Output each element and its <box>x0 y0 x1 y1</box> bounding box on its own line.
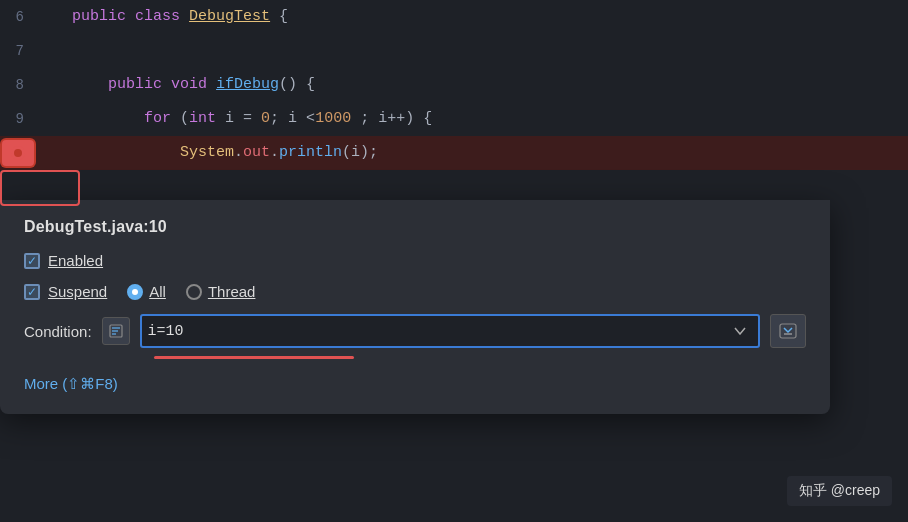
code-line-10: 10 System.out.println(i); <box>0 136 908 170</box>
condition-action-button[interactable] <box>770 314 806 348</box>
condition-input[interactable] <box>148 323 728 340</box>
more-row: More (⇧⌘F8) <box>24 375 806 394</box>
condition-row: Condition: <box>24 314 806 348</box>
suspend-checkbox[interactable]: ✓ Suspend <box>24 283 107 300</box>
radio-thread-label: Thread <box>208 283 256 300</box>
code-line-9: 9 for (int i = 0; i <1000 ; i++) { <box>0 102 908 136</box>
line-number-8: 8 <box>0 68 36 102</box>
condition-action-icon <box>779 323 797 339</box>
suspend-row: ✓ Suspend All Thread <box>24 283 806 300</box>
condition-type-icon <box>108 323 124 339</box>
line-number-9: 9 <box>0 102 36 136</box>
enabled-row: ✓ Enabled <box>24 252 806 269</box>
line-number-7: 7 <box>0 34 36 68</box>
enabled-label: Enabled <box>48 252 103 269</box>
watermark: 知乎 @creep <box>787 476 892 506</box>
popup-title: DebugTest.java:10 <box>24 218 806 236</box>
radio-all[interactable]: All <box>127 283 166 300</box>
line-content-8: public void ifDebug() { <box>36 68 908 102</box>
condition-dropdown-button[interactable] <box>728 316 752 346</box>
code-editor: 6 public class DebugTest { 7 8 public vo… <box>0 0 908 210</box>
suspend-label: Suspend <box>48 283 107 300</box>
line-content-10: System.out.println(i); <box>36 136 908 170</box>
code-line-6: 6 public class DebugTest { <box>0 0 908 34</box>
suspend-checkmark: ✓ <box>27 286 37 298</box>
line-content-7 <box>36 34 908 68</box>
code-line-8: 8 public void ifDebug() { <box>0 68 908 102</box>
code-line-7: 7 <box>0 34 908 68</box>
dropdown-arrow-icon <box>734 327 746 335</box>
condition-error-underline <box>154 356 354 359</box>
suspend-check-box: ✓ <box>24 284 40 300</box>
breakpoint-icon <box>11 146 25 160</box>
condition-label: Condition: <box>24 323 92 340</box>
line-content-6: public class DebugTest { <box>36 0 908 34</box>
enabled-checkmark: ✓ <box>27 255 37 267</box>
breakpoint-popup: DebugTest.java:10 ✓ Enabled ✓ Suspend Al… <box>0 200 830 414</box>
condition-icon-button[interactable] <box>102 317 130 345</box>
breakpoint-marker[interactable] <box>2 140 34 166</box>
more-link[interactable]: More (⇧⌘F8) <box>24 375 118 392</box>
radio-all-label: All <box>149 283 166 300</box>
radio-thread[interactable]: Thread <box>186 283 256 300</box>
condition-input-wrap <box>140 314 760 348</box>
enabled-check-box: ✓ <box>24 253 40 269</box>
enabled-checkbox[interactable]: ✓ Enabled <box>24 252 103 269</box>
suspend-radio-group: All Thread <box>127 283 255 300</box>
line-content-9: for (int i = 0; i <1000 ; i++) { <box>36 102 908 136</box>
line-number-6: 6 <box>0 0 36 34</box>
radio-thread-circle <box>186 284 202 300</box>
radio-all-circle <box>127 284 143 300</box>
